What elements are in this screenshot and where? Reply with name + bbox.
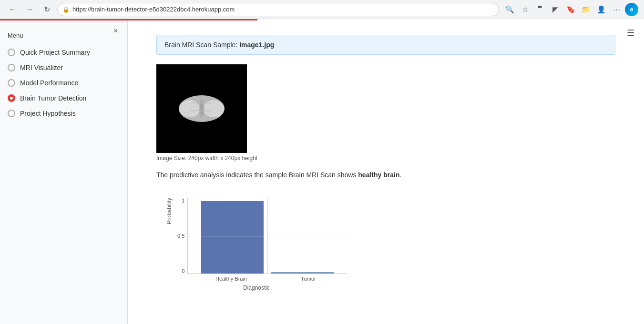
collections-button[interactable]: 📁 xyxy=(579,3,593,16)
prediction-suffix: . xyxy=(399,171,401,179)
x-label-healthy: Healthy Brain xyxy=(193,276,270,282)
chart-x-label: Diagnostic xyxy=(166,284,347,291)
main-content: ☰ Brain MRI Scan Sample: Image1.jpg Imag… xyxy=(128,20,644,324)
split-button[interactable]: ◤ xyxy=(549,3,562,16)
chart-y-label: Probability xyxy=(166,198,173,224)
sidebar-label-brain-tumor-detection: Brain Tumor Detection xyxy=(20,94,86,102)
profile-button[interactable]: 👤 xyxy=(594,3,608,16)
svg-point-1 xyxy=(179,100,200,117)
browser-actions: 🔍 ☆ 🬂 ◤ 🔖 📁 👤 ⋯ e xyxy=(503,3,638,16)
sidebar-label-quick-project-summary: Quick Project Summary xyxy=(20,49,90,56)
x-label-tumor: Tumor xyxy=(270,276,347,282)
image-size-text: Image Size: 240px width x 240px height xyxy=(156,155,615,162)
mri-image-container: Image Size: 240px width x 240px height xyxy=(156,64,615,162)
bar-tumor xyxy=(271,272,334,273)
lock-icon: 🔒 xyxy=(62,6,70,13)
bar-healthy xyxy=(201,201,264,273)
sidebar-item-mri-visualizer[interactable]: MRI Visualizer xyxy=(0,60,127,75)
radio-mri-visualizer xyxy=(8,64,15,71)
sidebar-item-brain-tumor-detection[interactable]: Brain Tumor Detection xyxy=(0,91,127,106)
zoom-button[interactable]: 🔍 xyxy=(503,3,516,16)
sidebar-item-quick-project-summary[interactable]: Quick Project Summary xyxy=(0,45,127,60)
prediction-result: healthy brain xyxy=(358,171,399,179)
sidebar-label-project-hypothesis: Project Hypothesis xyxy=(20,110,76,117)
radio-quick-project-summary xyxy=(8,49,15,56)
back-button[interactable]: ← xyxy=(6,3,19,16)
info-banner: Brain MRI Scan Sample: Image1.jpg xyxy=(156,35,615,55)
sidebar-close-button[interactable]: × xyxy=(110,25,122,37)
sidebar-item-project-hypothesis[interactable]: Project Hypothesis xyxy=(0,106,127,121)
sidebar-menu-label: Menu xyxy=(0,28,127,45)
y-tick-05: 0.5 xyxy=(177,233,184,239)
url-text: https://brain-tumor-detector-e5d30222dbc… xyxy=(72,6,235,13)
refresh-button[interactable]: ↻ xyxy=(40,3,53,16)
app-container: × Menu Quick Project Summary MRI Visuali… xyxy=(0,20,644,324)
mri-image xyxy=(156,64,247,153)
grid-line-top xyxy=(188,198,347,198)
brain-svg xyxy=(173,90,230,128)
browser-chrome: ← → ↻ 🔒 https://brain-tumor-detector-e5d… xyxy=(0,0,644,19)
radio-project-hypothesis xyxy=(8,110,15,117)
radio-model-performance xyxy=(8,79,15,87)
chart-y-axis: 1 0.5 0 xyxy=(177,198,187,274)
favorite-button[interactable]: ☆ xyxy=(518,3,532,16)
hamburger-button[interactable]: ☰ xyxy=(625,26,636,40)
sidebar-item-model-performance[interactable]: Model Performance xyxy=(0,75,127,91)
sidebar: × Menu Quick Project Summary MRI Visuali… xyxy=(0,20,128,324)
radio-brain-tumor-detection xyxy=(8,94,15,102)
edge-icon: e xyxy=(625,3,638,16)
sidebar-label-model-performance: Model Performance xyxy=(20,79,78,87)
prediction-prefix: The predictive analysis indicates the sa… xyxy=(156,171,358,179)
sidebar-label-mri-visualizer: MRI Visualizer xyxy=(20,64,63,71)
forward-button[interactable]: → xyxy=(23,3,36,16)
y-tick-1: 1 xyxy=(182,198,184,203)
info-banner-filename: Image1.jpg xyxy=(239,41,274,49)
more-button[interactable]: ⋯ xyxy=(610,3,623,16)
x-axis-labels: Healthy Brain Tumor xyxy=(177,276,347,282)
grid-line-mid xyxy=(188,236,347,236)
chart-bars-area xyxy=(187,198,347,274)
info-banner-prefix: Brain MRI Scan Sample: xyxy=(164,41,239,49)
prediction-text: The predictive analysis indicates the sa… xyxy=(156,171,615,179)
chart-container: Probability 1 0.5 0 xyxy=(156,193,357,305)
extensions-button[interactable]: 🬂 xyxy=(533,3,547,16)
y-tick-0: 0 xyxy=(182,268,184,274)
reading-list-button[interactable]: 🔖 xyxy=(564,3,577,16)
address-bar[interactable]: 🔒 https://brain-tumor-detector-e5d30222d… xyxy=(57,3,499,16)
